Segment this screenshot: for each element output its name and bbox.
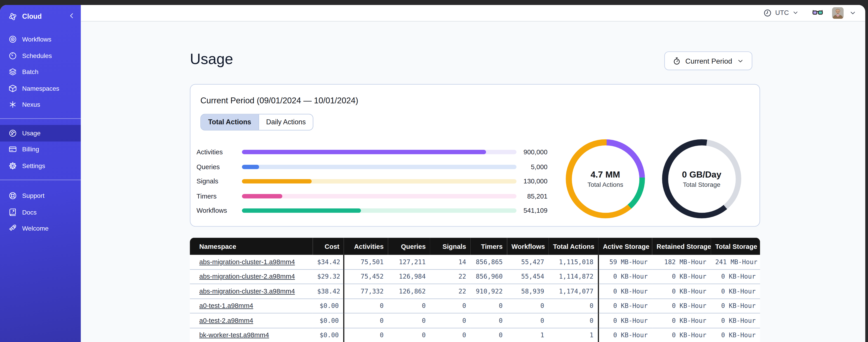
docs-icon xyxy=(8,208,17,216)
table-cell: $0.00 xyxy=(313,313,344,328)
timezone-label: UTC xyxy=(775,9,789,17)
table-cell: 856,865 xyxy=(471,255,507,269)
table-cell: 0 KB-Hour xyxy=(711,269,760,284)
stopwatch-icon xyxy=(673,57,681,65)
billing-icon xyxy=(8,145,17,154)
bar-row-signals: Signals130,000 xyxy=(190,174,557,189)
table-cell: 1,114,872 xyxy=(549,269,598,284)
table-cell: $0.00 xyxy=(313,299,344,313)
timezone-selector[interactable]: UTC xyxy=(764,9,799,17)
donut-total-label: Total Actions xyxy=(587,181,623,188)
page-title: Usage xyxy=(190,51,233,68)
tab-total-actions[interactable]: Total Actions xyxy=(201,114,259,130)
sidebar-item-welcome[interactable]: Welcome xyxy=(0,220,81,236)
bar-fill xyxy=(242,179,312,184)
schedules-icon xyxy=(8,51,17,60)
sidebar-item-namespaces[interactable]: Namespaces xyxy=(0,80,81,96)
period-dropdown-button[interactable]: Current Period xyxy=(664,52,752,70)
namespace-link[interactable]: abs-migration-cluster-1.a98mm4 xyxy=(199,258,295,266)
bar-value: 130,000 xyxy=(517,177,548,185)
column-header-signals: Signals xyxy=(430,238,471,255)
table-cell: 0 KB-Hour xyxy=(652,269,711,284)
bar-fill xyxy=(242,150,486,155)
table-cell: 0 KB-Hour xyxy=(711,328,760,342)
total-storage-donut: 0 GB/Day Total Storage xyxy=(662,139,741,218)
table-cell: 0 xyxy=(344,313,388,328)
table-cell: 77,332 xyxy=(344,284,388,299)
table-cell: 127,211 xyxy=(388,255,430,269)
sidebar-brand[interactable]: Cloud xyxy=(0,10,81,23)
namespace-link[interactable]: a0-test-1.a98mm4 xyxy=(199,302,253,309)
chevron-down-icon xyxy=(849,9,857,16)
account-menu-chevron[interactable] xyxy=(849,9,857,16)
sidebar-item-billing[interactable]: Billing xyxy=(0,141,81,158)
bar-value: 900,000 xyxy=(517,148,548,156)
table-header: NamespaceCostActivitiesQueriesSignalsTim… xyxy=(190,238,760,255)
welcome-icon xyxy=(8,224,17,233)
support-icon xyxy=(8,191,17,200)
brand-label: Cloud xyxy=(22,12,42,20)
sidebar-item-support[interactable]: Support xyxy=(0,188,81,204)
table-cell: 0 KB-Hour xyxy=(598,269,652,284)
batch-icon xyxy=(8,68,17,76)
table-cell: 0 KB-Hour xyxy=(711,284,760,299)
bar-value: 541,109 xyxy=(517,207,548,214)
sidebar-item-batch[interactable]: Batch xyxy=(0,64,81,80)
column-header-timers: Timers xyxy=(471,238,507,255)
table-cell: 0 xyxy=(471,313,507,328)
bar-row-timers: Timers85,201 xyxy=(190,189,557,204)
screen: Cloud WorkflowsSchedulesBatchNamespacesN… xyxy=(0,0,868,342)
card-title: Current Period (09/01/2024 — 10/01/2024) xyxy=(200,96,358,105)
namespace-link[interactable]: abs-migration-cluster-2.a98mm4 xyxy=(199,273,295,280)
table-cell: 1,115,018 xyxy=(549,255,598,269)
table-cell: 1,174,077 xyxy=(549,284,598,299)
sidebar-item-label: Billing xyxy=(22,146,39,152)
sidebar-item-usage[interactable]: Usage xyxy=(0,125,81,141)
bar-label: Signals xyxy=(190,177,242,185)
column-header-workflows: Workflows xyxy=(507,238,549,255)
sidebar-item-label: Usage xyxy=(22,130,40,136)
labs-glasses-toggle[interactable] xyxy=(812,7,823,18)
sidebar-item-schedules[interactable]: Schedules xyxy=(0,47,81,64)
sidebar-item-label: Docs xyxy=(22,209,37,215)
sidebar-item-docs[interactable]: Docs xyxy=(0,204,81,220)
table-cell: 22 xyxy=(430,284,471,299)
table-cell: $38.42 xyxy=(313,284,344,299)
column-header-active-storage: Active Storage xyxy=(598,238,652,255)
bar-row-queries: Queries5,000 xyxy=(190,160,557,174)
table-cell: 1 xyxy=(507,328,549,342)
table-row: a0-test-1.a98mm4$0.000000000 KB-Hour0 KB… xyxy=(190,299,760,313)
sidebar-item-nexus[interactable]: Nexus xyxy=(0,97,81,113)
table-cell: $0.00 xyxy=(313,328,344,342)
top-header: UTC xyxy=(81,5,865,22)
column-header-retained-storage: Retained Storage xyxy=(652,238,711,255)
sidebar-item-label: Settings xyxy=(22,163,45,169)
main-content: Usage Current Period Current Period (09/… xyxy=(81,22,865,342)
namespace-link[interactable]: abs-migration-cluster-3.a98mm4 xyxy=(199,287,295,295)
table-cell: 0 KB-Hour xyxy=(598,313,652,328)
table-cell: $29.32 xyxy=(313,269,344,284)
table-cell: 0 xyxy=(430,313,471,328)
table-cell: 0 KB-Hour xyxy=(598,328,652,342)
current-period-card: Current Period (09/01/2024 — 10/01/2024)… xyxy=(190,84,760,227)
column-header-total-storage: Total Storage xyxy=(711,238,760,255)
table-cell: 0 KB-Hour xyxy=(598,284,652,299)
bar-track xyxy=(242,194,517,198)
table-cell: 910,922 xyxy=(471,284,507,299)
sidebar-item-workflows[interactable]: Workflows xyxy=(0,31,81,47)
tab-daily-actions[interactable]: Daily Actions xyxy=(259,114,313,130)
column-header-namespace: Namespace xyxy=(190,238,313,255)
namespace-link[interactable]: a0-test-2.a98mm4 xyxy=(199,316,253,324)
namespace-link[interactable]: bk-worker-test.a98mm4 xyxy=(199,331,269,339)
table-cell: 126,984 xyxy=(388,269,430,284)
table-cell: 0 KB-Hour xyxy=(652,313,711,328)
sidebar-collapse-button[interactable] xyxy=(68,12,75,21)
chevron-down-icon xyxy=(737,57,744,65)
user-avatar[interactable] xyxy=(832,7,844,19)
workflows-icon xyxy=(8,35,17,44)
table-cell: 0 KB-Hour xyxy=(652,299,711,313)
sidebar-item-settings[interactable]: Settings xyxy=(0,158,81,174)
table-cell: 0 xyxy=(549,313,598,328)
table-cell: 0 xyxy=(430,299,471,313)
total-actions-donut: 4.7 MM Total Actions xyxy=(566,139,645,218)
